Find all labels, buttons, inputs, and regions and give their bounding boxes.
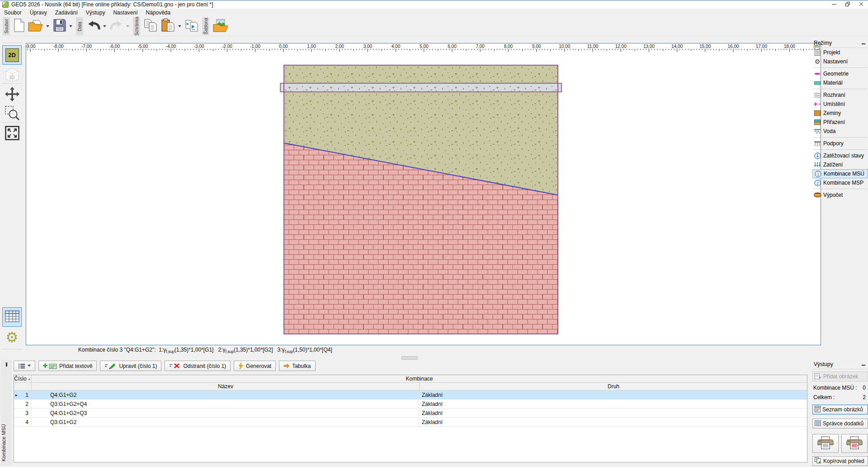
mode-nastaveni[interactable]: ⚙Nastavení [812, 57, 868, 66]
add-textually-button[interactable]: Přidat textově [38, 361, 97, 371]
edit-item-button[interactable]: Upravit (číslo 1) [100, 361, 161, 371]
row-number: 2 [25, 401, 28, 407]
menu-vystupy[interactable]: Výstupy [82, 9, 109, 17]
drawing-settings-button[interactable]: ⚙ [2, 328, 22, 347]
mode-zatizeni[interactable]: Zatížení [812, 160, 868, 169]
open-file-button[interactable] [26, 18, 45, 35]
toolbar-group-soubor: Soubor [3, 17, 10, 35]
komb1-icon: 1 [814, 171, 822, 177]
add-picture-button: Přidat obrázek [812, 372, 868, 381]
table-row[interactable]: ▸1Q4:G1+G2Základní [14, 391, 807, 400]
fit-to-screen-button[interactable] [2, 124, 22, 143]
minimize-icon [832, 1, 836, 8]
picture-list-icon [815, 406, 821, 414]
mode-zeminy[interactable]: Zeminy [812, 109, 868, 118]
undo-button[interactable] [85, 18, 102, 35]
new-document-button[interactable] [12, 18, 26, 35]
picture-list-button[interactable]: Seznam obrázků [812, 405, 868, 415]
maximize-button[interactable] [841, 0, 854, 9]
undo-dropdown-icon[interactable] [102, 18, 107, 35]
splitter-grip-icon[interactable] [401, 356, 418, 360]
frame-label: Kombinace MSÚ [1, 424, 12, 462]
mode-umisteni[interactable]: Umístění [812, 100, 868, 109]
save-file-button[interactable] [51, 18, 68, 35]
menu-upravy[interactable]: Úpravy [26, 9, 51, 17]
table-row[interactable]: 2Q3:G1+G2+Q4Základní [14, 400, 807, 409]
open-template-button[interactable] [211, 18, 230, 35]
status-bar: Kombinace číslo 3 "Q4:G1+G2": 1:γf,sup(1… [26, 346, 821, 354]
print-document-button[interactable] [841, 434, 868, 453]
table-button[interactable]: Tabulka [279, 361, 315, 371]
open-file-dropdown-icon[interactable] [45, 18, 50, 35]
main-toolbar: SouborDataSchránkaŠablona [0, 17, 868, 36]
view-2d-button[interactable]: 2D [2, 45, 22, 65]
print-view-button[interactable] [812, 434, 839, 453]
row-number: 1 [25, 392, 28, 398]
copy-view-button[interactable]: Kopírovat pohled [812, 456, 868, 466]
mode-vypocet[interactable]: Výpočet [812, 191, 868, 200]
panel-splitter[interactable] [0, 355, 868, 360]
mode-voda[interactable]: Voda [812, 127, 868, 136]
soil-profile-drawing [284, 65, 558, 334]
mode-material[interactable]: Materiál [812, 78, 868, 87]
tool-separator [2, 43, 22, 43]
toolbar-group-sablona: Šablona [202, 17, 209, 35]
mode-prirazeni[interactable]: Přiřazení [812, 118, 868, 127]
mode-rozhrani[interactable]: Rozhraní [812, 91, 868, 100]
redo-button [108, 18, 125, 35]
table-icon [283, 363, 290, 368]
save-file-icon [53, 19, 66, 34]
mode-label: Kombinace MSP [823, 180, 863, 186]
remove-item-button[interactable]: Odstranit (číslo 1) [165, 361, 231, 371]
column-header-number[interactable]: Číslo ▲ [14, 375, 32, 382]
results-table-button[interactable] [2, 307, 22, 327]
mode-geometrie[interactable]: Geometrie [812, 69, 868, 78]
row-name-cell: Q3:G1+G2+Q4 [31, 400, 419, 408]
menu-soubor[interactable]: Soubor [0, 9, 26, 17]
mode-podpory[interactable]: Podpory [812, 139, 868, 148]
add-textually-label: Přidat textově [59, 363, 92, 369]
pan-view-button[interactable] [2, 85, 22, 105]
mode-projekt[interactable]: Projekt [812, 48, 868, 57]
mode-zatezovaci-stavy[interactable]: Zatěžovací stavy [812, 151, 868, 160]
row-number: 4 [25, 419, 28, 425]
paste-button[interactable] [159, 18, 177, 35]
pin-icon[interactable] [6, 362, 7, 367]
zoom-selection-button[interactable] [2, 104, 22, 124]
addons-manager-button[interactable]: Správce dodatků [812, 419, 868, 429]
podpory-icon [813, 141, 821, 147]
paste-dropdown-icon[interactable] [177, 18, 182, 35]
row-kind-cell: Základní [419, 391, 807, 399]
copy-button[interactable] [142, 18, 159, 35]
toolbar-group-schranka: Schránka [133, 17, 140, 35]
table-row[interactable]: 3Q4:G1+G2+Q3Základní [14, 409, 807, 418]
table-row[interactable]: 4Q3:G1+G2Základní [14, 418, 807, 427]
menu-nastaveni[interactable]: Nastavení [109, 9, 142, 17]
view-menu-button[interactable] [14, 361, 35, 371]
mode-kombinace-msu[interactable]: 1Kombinace MSÚ [812, 169, 868, 178]
rozhrani-icon [813, 92, 821, 98]
mode-kombinace-msp[interactable]: 2Kombinace MSP [812, 178, 868, 187]
column-header-name[interactable]: Název [32, 383, 420, 390]
minimize-button[interactable] [827, 0, 841, 9]
new-document-icon [14, 19, 24, 34]
drawing-canvas[interactable]: -9,00-8,00-7,00-6,00-5,00-4,00-3,00-2,00… [26, 43, 821, 345]
menu-napoveda[interactable]: Nápověda [142, 9, 175, 17]
app-icon [2, 1, 9, 8]
tool-separator [2, 349, 22, 349]
view-3d-icon: 3D [4, 67, 20, 85]
copy-picture-button[interactable] [183, 18, 200, 35]
generate-button[interactable]: Generovat [234, 361, 276, 371]
row-kind-cell: Základní [419, 418, 807, 426]
column-header-kind[interactable]: Druh [420, 383, 807, 390]
save-file-dropdown-icon[interactable] [68, 18, 73, 35]
collapse-modes-button[interactable] [860, 41, 867, 45]
mode-label: Podpory [823, 140, 844, 147]
collapse-outputs-button[interactable] [860, 362, 867, 366]
material-icon [813, 81, 821, 85]
menu-zadavani[interactable]: Zadávání [51, 9, 82, 17]
combination-formula: Kombinace číslo 3 "Q4:G1+G2": 1:γf,sup(1… [78, 347, 332, 354]
view-menu-icon [18, 363, 25, 369]
ruler-ticks [26, 48, 821, 52]
close-button[interactable] [854, 0, 868, 9]
